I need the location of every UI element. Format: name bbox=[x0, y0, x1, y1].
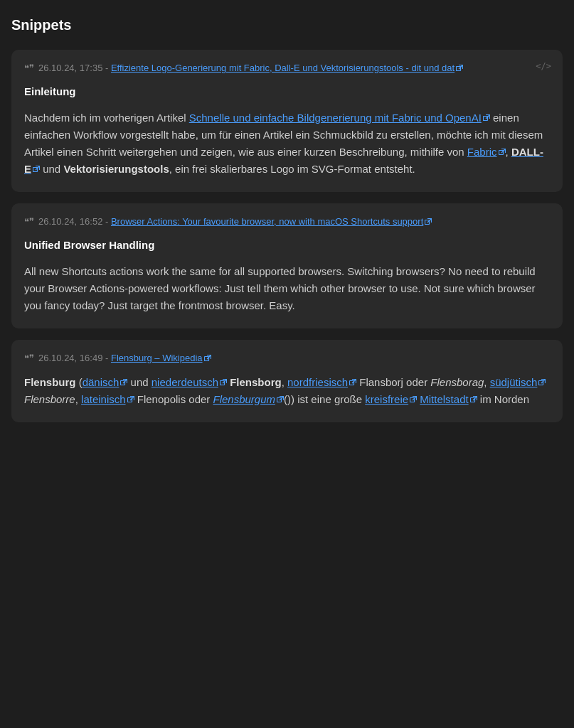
svg-rect-22 bbox=[277, 397, 282, 402]
snippet-2-meta: ❝❞ 26.10.24, 16:52 - Browser Actions: Yo… bbox=[24, 215, 550, 229]
snippet-3-link-southjutish[interactable]: südjütisch bbox=[490, 376, 546, 388]
snippet-1-meta: ❝❞ 26.10.24, 17:35 - Effiziente Logo-Gen… bbox=[24, 61, 550, 75]
snippet-2-body: All new Shortcuts actions work the same … bbox=[24, 263, 550, 314]
svg-rect-10 bbox=[204, 356, 208, 360]
snippet-2-separator: - bbox=[105, 216, 111, 227]
snippet-3-link[interactable]: Flensburg – Wikipedia bbox=[111, 353, 211, 363]
page-title: Snippets bbox=[11, 14, 563, 36]
quote-icon-2: ❝❞ bbox=[24, 215, 34, 229]
snippet-3-meta: ❝❞ 26.10.24, 16:49 - Flensburg – Wikiped… bbox=[24, 351, 550, 365]
snippet-2-heading: Unified Browser Handling bbox=[24, 237, 550, 254]
svg-rect-12 bbox=[121, 380, 125, 385]
snippet-3-link-mittelstadt[interactable]: Mittelstadt bbox=[420, 393, 477, 405]
snippet-1-body: Nachdem ich im vorherigen Artikel Schnel… bbox=[24, 109, 550, 178]
snippet-3-date: 26.10.24, 16:49 bbox=[38, 353, 102, 363]
snippet-1-link[interactable]: Effiziente Logo-Generierung mit Fabric, … bbox=[111, 63, 463, 73]
snippet-card-3: ❝❞ 26.10.24, 16:49 - Flensburg – Wikiped… bbox=[11, 340, 563, 422]
svg-rect-14 bbox=[220, 380, 225, 385]
snippet-3-body: Flensburg (dänisch und niederdeutsch Fle… bbox=[24, 374, 550, 408]
snippet-1-body-link-fabric[interactable]: Fabric bbox=[467, 146, 506, 158]
quote-icon-1: ❝❞ bbox=[24, 61, 34, 75]
svg-rect-24 bbox=[410, 397, 415, 402]
svg-rect-8 bbox=[425, 220, 430, 224]
snippet-3-link-lowgerman[interactable]: niederdeutsch bbox=[152, 376, 227, 388]
snippet-1-separator: - bbox=[105, 63, 111, 73]
snippet-3-link-latin[interactable]: lateinisch bbox=[81, 393, 134, 405]
svg-rect-20 bbox=[127, 397, 132, 402]
svg-rect-6 bbox=[33, 168, 38, 172]
snippet-card-1: </> ❝❞ 26.10.24, 17:35 - Effiziente Logo… bbox=[11, 50, 563, 192]
snippet-2-date: 26.10.24, 16:52 bbox=[38, 216, 102, 227]
snippet-3-link-danish[interactable]: dänisch bbox=[83, 376, 128, 388]
svg-rect-26 bbox=[470, 397, 474, 402]
svg-rect-16 bbox=[350, 380, 354, 385]
code-icon: </> bbox=[536, 60, 551, 73]
snippet-3-separator: - bbox=[105, 353, 111, 363]
svg-rect-18 bbox=[539, 380, 543, 385]
snippet-2-link[interactable]: Browser Actions: Your favourite browser,… bbox=[111, 216, 432, 227]
snippet-1-heading: Einleitung bbox=[24, 84, 550, 100]
svg-rect-4 bbox=[499, 151, 503, 155]
snippet-card-2: ❝❞ 26.10.24, 16:52 - Browser Actions: Yo… bbox=[11, 203, 563, 328]
quote-icon-3: ❝❞ bbox=[24, 351, 34, 365]
snippet-3-link-flensburgum[interactable]: Flensburgum bbox=[213, 393, 285, 405]
snippet-3-link-northfrisian[interactable]: nordfriesisch bbox=[287, 376, 356, 388]
svg-rect-0 bbox=[457, 66, 461, 70]
snippet-3-link-kreisfreie[interactable]: kreisfreie bbox=[365, 393, 417, 405]
snippet-1-body-link-1[interactable]: Schnelle und einfache Bildgenerierung mi… bbox=[189, 112, 490, 124]
snippet-1-date: 26.10.24, 17:35 bbox=[38, 63, 102, 73]
svg-rect-2 bbox=[483, 117, 487, 121]
